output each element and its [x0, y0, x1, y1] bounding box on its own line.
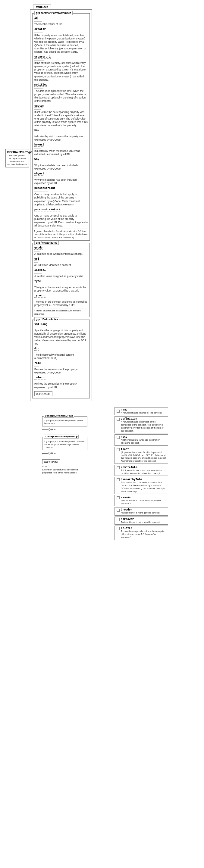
concept-sameas-box: sameAs An identifier of a concept with e…	[115, 495, 168, 506]
flex-attributes-group: grp flexAttributes qcode ------ A qualif…	[32, 243, 90, 317]
prop-uri-name: uri	[34, 257, 39, 261]
prop-pubconstraint-name: pubconstraint	[34, 187, 55, 190]
prop-whyuri-desc: Why the metadata has been included - exp…	[34, 178, 88, 185]
prop-why-dots: ----	[34, 161, 88, 163]
concept-sameas-content: sameAs An identifier of a concept with e…	[121, 496, 166, 505]
concept-rel-multiplicity: —— 0..∞	[42, 452, 87, 455]
concept-name-box: name A natural language name for the con…	[115, 407, 168, 415]
prop-custom: custom ------- If set to true the corres…	[34, 104, 88, 127]
any-other-ext-desc: Extension point for provider-defined pro…	[42, 468, 87, 474]
prop-modified-name: modified	[34, 84, 47, 87]
common-power-footer: A group of attributes for all elements o…	[34, 228, 88, 239]
prop-creatoruri-name: creatoruri	[34, 55, 51, 59]
concept-name-desc: A natural language name for the concept.	[121, 411, 162, 414]
concept-def-mult-range: 0..∞	[51, 428, 56, 431]
prop-whyuri: whyuri ------- Why the metadata has been…	[34, 172, 88, 185]
i18n-attributes-group: grp i18nAttributes xml:lang --------- Sp…	[32, 319, 90, 399]
right-concept-props: name A natural language name for the con…	[115, 407, 168, 541]
prop-pubconstrainturi-name: pubconstrainturi	[34, 208, 60, 211]
prop-roleuri: roleuri -------- Refines the semantics o…	[34, 376, 88, 389]
concept-narrower-content: narrower An identifier of a more specifi…	[121, 518, 160, 524]
prop-qcode-dots: ------	[34, 250, 88, 252]
left-label-title: Flex1RolePropType	[7, 151, 27, 154]
concept-remoteinfo-box: remoteInfo A link to an item or a web re…	[115, 465, 168, 476]
prop-creatoruri: creatoruri ---------- If the attribute i…	[34, 55, 88, 81]
concept-related-content: related A related concept, where the rel…	[121, 527, 166, 538]
prop-qcode-name: qcode	[34, 246, 42, 250]
main-attributes-box: grp commonPowerAttributes id -------- Th…	[30, 9, 92, 401]
prop-dir-dots: ----	[34, 351, 88, 353]
prop-modified-desc: The date (and optionally the time) when …	[34, 89, 88, 103]
prop-typeuri-dots: --------	[34, 298, 88, 300]
prop-literal-desc: A freetext value assigned as property va…	[34, 275, 88, 278]
prop-creatoruri-dots: ----------	[34, 59, 88, 61]
prop-typeuri: typeuri -------- The type of the concept…	[34, 293, 88, 307]
common-power-attributes-title: grp commonPowerAttributes	[34, 11, 72, 15]
any-other-i18n: any ##other	[34, 391, 52, 396]
concept-narrower-label: narrower	[121, 518, 160, 521]
concept-def-mult-circle	[48, 428, 51, 431]
prop-pubconstrainturi: pubconstrainturi ----------------- One o…	[34, 208, 88, 227]
concept-broader-box: broader An identifier of a more generic …	[115, 507, 168, 516]
prop-custom-name: custom	[34, 104, 44, 108]
layout-wrapper: attributes grp commonPowerAttributes id …	[3, 4, 202, 541]
concept-sameas-label: sameAs	[121, 496, 166, 499]
concept-hierarchyinfo-label: hierarchyInfo	[121, 478, 166, 481]
flex-attributes-title: grp flexAttributes	[34, 241, 59, 245]
page-container: attributes grp commonPowerAttributes id …	[0, 0, 204, 868]
prop-id-desc: The local identifier of the ...	[34, 23, 88, 26]
prop-how-name: how	[34, 129, 39, 132]
prop-uri: uri ---- a URI which identifies a concep…	[34, 257, 88, 267]
concept-sameas-icon	[117, 496, 120, 499]
concept-rel-mult-circle	[48, 452, 51, 455]
prop-literal-name: literal	[34, 269, 46, 272]
prop-pubconstraint-desc: One or many constraints that apply to pu…	[34, 193, 88, 206]
prop-dir: dir ---- The directionality of textual c…	[34, 347, 88, 360]
prop-dir-name: dir	[34, 347, 39, 350]
concept-remoteinfo-desc: A link to an item or a web resource whic…	[121, 469, 166, 475]
prop-how-desc: Indicates by which means the property wa…	[34, 135, 88, 142]
common-power-attributes-group: grp commonPowerAttributes id -------- Th…	[32, 13, 90, 241]
concept-rel-mult-dots: ——	[42, 452, 48, 455]
prop-whyuri-dots: -------	[34, 176, 88, 178]
prop-modified-dots: ---------	[34, 87, 88, 89]
concept-facet-box: facet (deprecated and later facet is dep…	[115, 447, 168, 464]
concept-related-desc: A related concept, where the relationshi…	[121, 530, 166, 538]
prop-typeuri-desc: The type of the concept assigned as cont…	[34, 300, 88, 307]
concept-definition-desc: A natural language definition of the sem…	[121, 421, 166, 432]
prop-id-name: id	[34, 17, 38, 20]
concept-note-icon	[117, 436, 120, 439]
prop-pubconstrainturi-dots: -----------------	[34, 212, 88, 214]
concept-name-label: name	[121, 408, 162, 411]
lower-section: ConceptDefinitionGroup A group of proper…	[3, 407, 202, 541]
concept-remoteinfo-label: remoteInfo	[121, 466, 166, 469]
prop-custom-dots: -------	[34, 108, 88, 110]
concept-def-multiplicity: —— 0..∞	[42, 428, 87, 431]
concept-sameas-desc: An identifier of a concept with equivale…	[121, 499, 166, 505]
prop-uri-dots: ----	[34, 261, 88, 263]
concept-broader-icon	[117, 509, 120, 512]
concept-facet-content: facet (deprecated and later facet is dep…	[121, 448, 166, 463]
prop-why: why ---- Why the metadata has been inclu…	[34, 157, 88, 170]
prop-modified: modified --------- The date (and optiona…	[34, 83, 88, 103]
prop-id: id -------- The local identifier of the …	[34, 16, 88, 26]
concept-hierarchyinfo-desc: Represents the position of a concept in …	[121, 481, 166, 493]
concept-relationships-title: ConceptRelationshipsGroup	[44, 435, 79, 438]
concept-related-label: related	[121, 527, 166, 530]
concept-note-desc: Additional natural language information …	[121, 438, 166, 444]
concept-hierarchyinfo-icon	[117, 478, 120, 481]
prop-role-desc: Refines the semantics of the property - …	[34, 368, 88, 374]
prop-type-name: type	[34, 280, 41, 283]
prop-custom-desc: If set to true the corresponding propert…	[34, 111, 88, 127]
prop-role: role ----- Refines the semantics of the …	[34, 361, 88, 374]
prop-xmllang-desc: Specifies the language of this property …	[34, 329, 88, 345]
prop-qcode-desc: A qualified code which identifies a conc…	[34, 252, 88, 256]
prop-why-name: why	[34, 158, 39, 161]
prop-roleuri-dots: --------	[34, 380, 88, 382]
prop-howuri-dots: -------	[34, 147, 88, 149]
prop-literal-dots: --------	[34, 272, 88, 274]
concept-name-icon	[117, 410, 120, 413]
prop-qcode: qcode ------ A qualified code which iden…	[34, 246, 88, 256]
concept-broader-label: broader	[121, 508, 159, 512]
concept-definition-content: definition A natural language definition…	[121, 417, 166, 432]
